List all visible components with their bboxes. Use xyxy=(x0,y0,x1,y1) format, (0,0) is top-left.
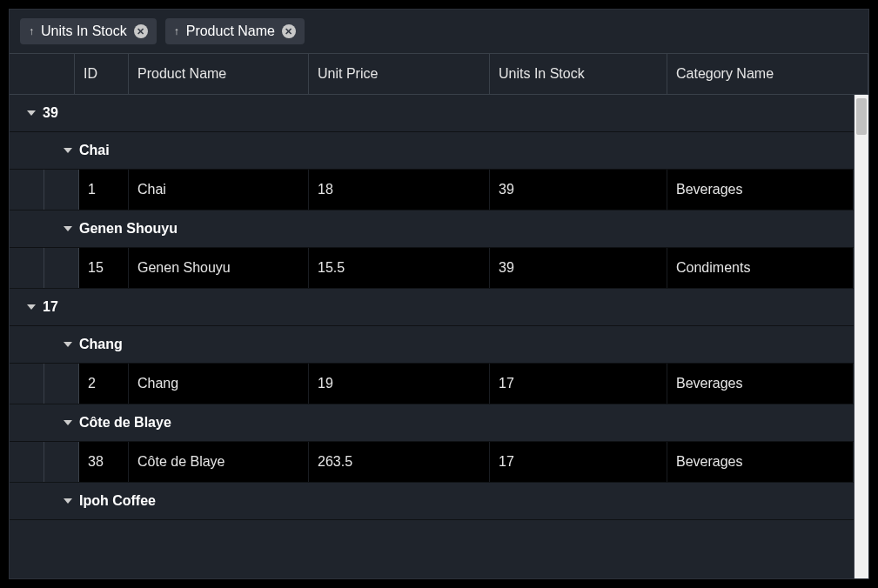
cell-category-name: Beverages xyxy=(667,170,854,210)
cell-id: 1 xyxy=(79,170,129,210)
cell-unit-price: 15.5 xyxy=(309,248,490,288)
group-panel[interactable]: ↑ Units In Stock ✕ ↑ Product Name ✕ xyxy=(10,10,868,53)
group-chip-units-in-stock[interactable]: ↑ Units In Stock ✕ xyxy=(20,18,157,44)
column-header-units-in-stock[interactable]: Units In Stock xyxy=(490,54,667,94)
cell-product-name: Chang xyxy=(129,364,309,404)
group-key: Ipoh Coffee xyxy=(79,493,156,509)
cell-units-in-stock: 17 xyxy=(490,364,667,404)
sort-asc-icon: ↑ xyxy=(29,25,34,37)
cell-unit-price: 19 xyxy=(309,364,490,404)
group-row-level-1[interactable]: Côte de Blaye xyxy=(10,404,854,442)
vertical-scrollbar[interactable] xyxy=(854,95,868,578)
chevron-down-icon xyxy=(64,226,72,231)
chevron-down-icon xyxy=(27,304,36,310)
group-row-level-1[interactable]: Chai xyxy=(10,132,854,170)
group-key: 39 xyxy=(43,105,58,121)
sort-asc-icon: ↑ xyxy=(174,25,179,37)
cell-unit-price: 263.5 xyxy=(309,442,490,482)
chevron-down-icon xyxy=(64,498,72,504)
group-key: Côte de Blaye xyxy=(79,415,171,431)
table-row[interactable]: 1 Chai 18 39 Beverages xyxy=(10,170,854,210)
group-row-level-0[interactable]: 39 xyxy=(10,95,854,132)
chevron-down-icon xyxy=(64,148,72,153)
cell-units-in-stock: 39 xyxy=(490,170,667,210)
column-header-row: ID Product Name Unit Price Units In Stoc… xyxy=(10,53,868,95)
column-header-product-name[interactable]: Product Name xyxy=(129,54,309,94)
table-row[interactable]: 15 Genen Shouyu 15.5 39 Condiments xyxy=(10,248,854,289)
group-row-level-0[interactable]: 17 xyxy=(10,289,854,326)
grid-body-scroll: 39 Chai 1 Chai 18 39 Beverages xyxy=(10,95,854,578)
grid-body: 39 Chai 1 Chai 18 39 Beverages xyxy=(10,95,868,578)
group-key: 17 xyxy=(43,299,58,315)
chevron-down-icon xyxy=(64,420,72,425)
group-indent xyxy=(44,442,79,482)
group-row-level-1[interactable]: Ipoh Coffee xyxy=(10,483,854,520)
group-chip-product-name[interactable]: ↑ Product Name ✕ xyxy=(165,18,305,44)
group-row-level-1[interactable]: Genen Shouyu xyxy=(10,210,854,248)
cell-product-name: Genen Shouyu xyxy=(129,248,309,288)
chevron-down-icon xyxy=(27,110,36,116)
cell-category-name: Beverages xyxy=(667,442,854,482)
group-row-level-1[interactable]: Chang xyxy=(10,326,854,364)
table-row[interactable]: 2 Chang 19 17 Beverages xyxy=(10,364,854,404)
cell-category-name: Condiments xyxy=(667,248,854,288)
data-grid: ↑ Units In Stock ✕ ↑ Product Name ✕ ID P… xyxy=(9,9,869,579)
cell-id: 15 xyxy=(79,248,129,288)
close-icon[interactable]: ✕ xyxy=(134,24,148,38)
close-icon[interactable]: ✕ xyxy=(282,24,296,38)
group-chip-label: Product Name xyxy=(186,23,275,39)
expand-column-header xyxy=(10,54,75,94)
column-header-unit-price[interactable]: Unit Price xyxy=(309,54,490,94)
cell-units-in-stock: 39 xyxy=(490,248,667,288)
group-indent xyxy=(44,170,79,210)
group-key: Chai xyxy=(79,143,110,158)
cell-id: 38 xyxy=(79,442,129,482)
group-key: Genen Shouyu xyxy=(79,221,178,237)
scrollbar-thumb[interactable] xyxy=(856,98,867,135)
group-indent xyxy=(44,364,79,404)
column-header-id[interactable]: ID xyxy=(75,54,129,94)
cell-category-name: Beverages xyxy=(667,364,854,404)
chevron-down-icon xyxy=(64,342,72,347)
group-indent xyxy=(10,248,44,288)
group-key: Chang xyxy=(79,337,123,352)
table-row[interactable]: 38 Côte de Blaye 263.5 17 Beverages xyxy=(10,442,854,483)
cell-product-name: Chai xyxy=(129,170,309,210)
group-indent xyxy=(10,170,44,210)
column-header-category-name[interactable]: Category Name xyxy=(667,54,868,94)
cell-units-in-stock: 17 xyxy=(490,442,667,482)
cell-product-name: Côte de Blaye xyxy=(129,442,309,482)
group-chip-label: Units In Stock xyxy=(41,23,127,39)
group-indent xyxy=(44,248,79,288)
group-indent xyxy=(10,364,44,404)
group-indent xyxy=(10,442,44,482)
cell-id: 2 xyxy=(79,364,129,404)
cell-unit-price: 18 xyxy=(309,170,490,210)
